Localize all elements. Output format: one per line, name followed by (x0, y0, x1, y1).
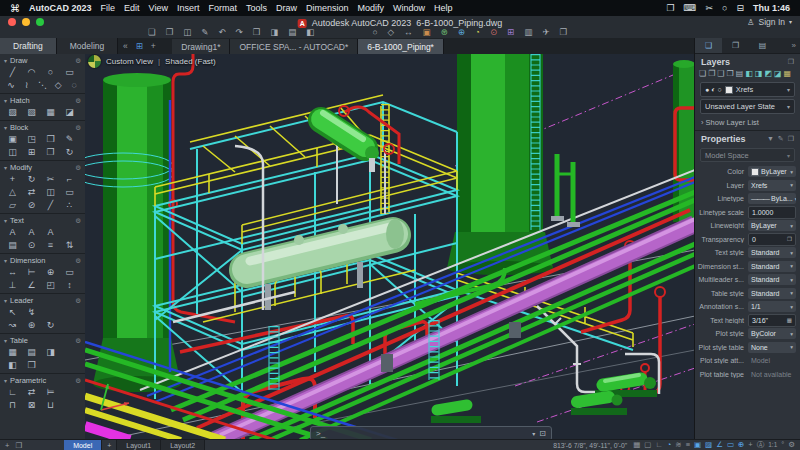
tool-icon[interactable]: + (3, 173, 22, 186)
tool-icon[interactable]: △ (3, 186, 22, 199)
property-value[interactable]: 1/1▾ (748, 301, 796, 312)
status-add-icon[interactable]: + (5, 441, 9, 450)
command-history-icon[interactable]: ▾ (532, 430, 535, 437)
gizmo-toggle[interactable]: + (748, 441, 752, 449)
tab-references[interactable]: ▤ (749, 38, 776, 53)
keyboard-icon[interactable]: ⌨ (683, 3, 696, 13)
tool-icon[interactable]: ∟ (3, 386, 22, 399)
screen-mirroring-icon[interactable]: ❐ (666, 3, 674, 13)
tool-icon[interactable]: ⊥ (3, 279, 22, 292)
layer-status-icon[interactable]: ◐ (711, 86, 715, 93)
grid-toggle[interactable]: ▦ (633, 441, 640, 449)
section-collapse-icon[interactable]: ▾ (4, 124, 7, 131)
property-value[interactable]: 3/16"▦ (748, 314, 796, 327)
property-value[interactable]: Standard▾ (748, 288, 796, 299)
layer-lock-icon[interactable]: ◨ (755, 70, 763, 78)
section-settings-icon[interactable]: ⚙ (75, 217, 81, 225)
tool-icon[interactable]: ▣ (3, 133, 22, 146)
redo-icon[interactable]: ↷ (236, 28, 243, 37)
section-settings-icon[interactable]: ⚙ (75, 57, 81, 65)
property-value[interactable]: ByLayer▾ (748, 220, 796, 231)
layout-tab-layout1[interactable]: Layout1 (117, 440, 161, 450)
tool-icon[interactable]: ○ (41, 66, 60, 79)
tool-icon[interactable]: ▧ (22, 106, 41, 119)
current-layer-combo[interactable]: ●◐○ Xrefs ▾ (700, 82, 795, 97)
tool-icon[interactable]: ↻ (41, 319, 60, 332)
property-value[interactable]: Standard▾ (748, 274, 796, 285)
tool-icon[interactable]: A (3, 226, 22, 239)
tool-icon[interactable]: ◌ (66, 79, 82, 92)
selection-cycling-toggle[interactable]: ⊕ (738, 441, 744, 449)
menu-draw[interactable]: Draw (276, 3, 297, 13)
snap-toggle[interactable]: ▢ (644, 441, 651, 449)
tool-icon[interactable]: ◧ (3, 359, 22, 372)
menu-autocad-2023[interactable]: AutoCAD 2023 (29, 3, 92, 13)
layers-detach-icon[interactable]: ❐ (788, 58, 794, 66)
tool-icon[interactable]: ◪ (60, 106, 79, 119)
open-file-icon[interactable]: ❐ (166, 28, 174, 37)
attach-reference-icon[interactable]: ▥ (524, 28, 532, 37)
tool-icon[interactable]: ◰ (41, 279, 60, 292)
tool-icon[interactable]: ≀ (19, 79, 35, 92)
render-icon[interactable]: ⊛ (441, 28, 448, 37)
tool-icon[interactable]: ▤ (3, 239, 22, 252)
annotation-visibility-toggle[interactable]: Ⓐ (757, 441, 765, 449)
command-bar[interactable]: >_ ▾ ⊡ (310, 426, 552, 440)
tool-icon[interactable]: ⋱ (35, 79, 51, 92)
tool-icon[interactable]: ▭ (60, 266, 79, 279)
zoom-button[interactable] (36, 18, 44, 26)
value-picker-icon[interactable]: ▦ (787, 317, 792, 323)
junction-box[interactable] (381, 354, 393, 372)
tool-icon[interactable]: ⌐ (60, 173, 79, 186)
section-settings-icon[interactable]: ⚙ (75, 377, 81, 385)
match-properties-icon[interactable]: ✎ (778, 135, 784, 143)
annotation-scale-button[interactable]: 1:1 (768, 442, 777, 449)
panel-overflow-icon[interactable]: » (788, 38, 800, 53)
lineweight-toggle[interactable]: ≡ (686, 441, 690, 449)
section-collapse-icon[interactable]: ▾ (4, 377, 7, 384)
tool-icon[interactable]: ∴ (60, 199, 79, 212)
workspace-tab-drafting[interactable]: Drafting (0, 38, 57, 54)
new-drawing-tab-button[interactable]: + (146, 38, 160, 54)
tool-sets-icon[interactable]: ▣ (423, 28, 431, 37)
command-input[interactable] (329, 428, 528, 440)
document-tab[interactable]: OFFICE SPA... - AUTOCAD* (230, 39, 358, 54)
menu-view[interactable]: View (149, 3, 168, 13)
object-snap-3d-toggle[interactable]: ▨ (705, 441, 712, 449)
print-icon[interactable]: ❒ (253, 28, 261, 37)
tab-layers[interactable]: ❏ (695, 38, 722, 53)
section-settings-icon[interactable]: ⚙ (75, 297, 81, 305)
document-tab[interactable]: Drawing1* (172, 39, 230, 54)
copy-layout-icon[interactable]: ❐ (559, 28, 567, 37)
tool-icon[interactable]: A (22, 226, 41, 239)
tool-icon[interactable]: ⊓ (3, 399, 22, 412)
layer-status-icon[interactable]: ● (705, 86, 709, 93)
menu-help[interactable]: Help (434, 3, 453, 13)
tool-icon[interactable]: ❒ (41, 133, 60, 146)
layer-translator-icon[interactable]: ⊞ (507, 28, 514, 37)
polar-tracking-toggle[interactable]: ◔ (667, 441, 672, 449)
menu-edit[interactable]: Edit (124, 3, 140, 13)
property-value[interactable]: Xrefs▾ (748, 180, 796, 191)
junction-box[interactable] (509, 322, 521, 338)
menu-window[interactable]: Window (393, 3, 425, 13)
tool-icon[interactable]: ▱ (3, 199, 22, 212)
spotlight-search-icon[interactable]: ○ (722, 3, 727, 13)
tool-icon[interactable]: ⇅ (60, 239, 79, 252)
show-layer-list-toggle[interactable]: › Show Layer List (695, 116, 800, 131)
section-collapse-icon[interactable]: ▾ (4, 217, 7, 224)
apple-menu-icon[interactable]: ⌘ (10, 3, 20, 14)
tool-icon[interactable]: ╱ (3, 66, 22, 79)
layout-tab-layout2[interactable]: Layout2 (161, 440, 205, 450)
tool-icon[interactable]: ❒ (22, 359, 41, 372)
navigation-sphere-icon[interactable] (88, 55, 101, 68)
dynamic-input-toggle[interactable]: ▭ (727, 441, 734, 449)
drawing-canvas[interactable] (85, 54, 695, 440)
tool-icon[interactable]: ↯ (22, 306, 41, 319)
save-icon[interactable]: ◫ (183, 28, 191, 37)
tool-icon[interactable]: ⊔ (41, 399, 60, 412)
tool-icon[interactable]: ▦ (3, 346, 22, 359)
ortho-toggle[interactable]: ∟ (655, 441, 662, 449)
document-tab[interactable]: 6-B-1000_Piping* (358, 39, 444, 54)
delete-layer-icon[interactable]: ❐ (708, 70, 715, 78)
